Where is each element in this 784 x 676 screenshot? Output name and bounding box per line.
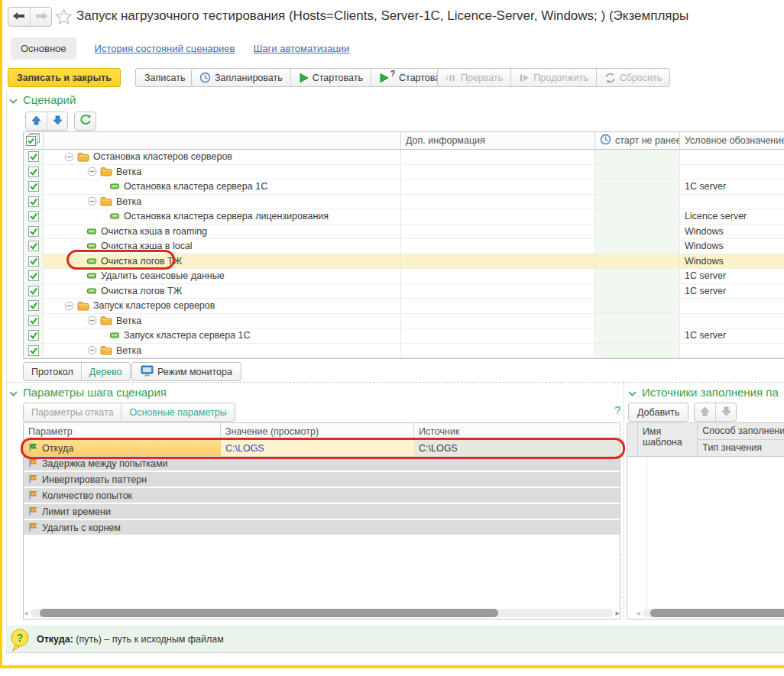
row-checkbox[interactable] — [24, 150, 44, 164]
param-row[interactable]: Удалить с корнем — [24, 520, 620, 536]
param-row[interactable]: ОткудаC:\LOGSC:\LOGS — [24, 440, 620, 456]
fill-method-column-header[interactable]: Способ заполнения — [698, 423, 784, 440]
expand-toggle-icon[interactable] — [87, 345, 97, 355]
schedule-button[interactable]: Запланировать — [192, 69, 290, 86]
scroll-right-arrow[interactable]: ▸ — [615, 609, 620, 617]
expand-toggle-icon[interactable] — [87, 167, 97, 176]
param-row[interactable]: Задержка между попытками — [24, 456, 620, 472]
param-row[interactable]: Лимит времени — [24, 504, 620, 520]
chevron-down-icon — [628, 386, 637, 399]
help-text: Откуда: (путь) – путь к исходным файлам — [37, 634, 224, 645]
tree-row[interactable]: Очистка кэша в localWindows — [24, 239, 784, 254]
move-up-button-disabled[interactable] — [695, 403, 715, 421]
tree-column-header[interactable] — [44, 132, 401, 149]
tree-row[interactable]: Ветка — [24, 314, 784, 329]
view-tab-protocol[interactable]: Протокол — [24, 363, 81, 380]
tree-row[interactable]: Запуск кластеров серверов — [24, 299, 784, 314]
step-params-section-header[interactable]: Параметры шага сценария — [9, 386, 167, 399]
tree-row[interactable]: Ветка — [24, 195, 784, 210]
tab-main-params[interactable]: Основные параметры — [121, 403, 234, 421]
tree-row[interactable]: Остановка кластера сервера лицензировани… — [24, 209, 784, 225]
resume-button[interactable]: Продолжить — [510, 69, 595, 86]
tree-row[interactable]: Запуск кластера сервера 1С1C server — [24, 328, 784, 344]
panel-left-border — [6, 93, 7, 654]
value-column-header[interactable]: Значение (просмотр) — [221, 423, 414, 439]
tree-row[interactable]: Ветка — [24, 344, 784, 359]
tab-0[interactable]: Основное — [11, 37, 76, 60]
fill-sources-horizontal-scrollbar[interactable]: ◂ — [636, 607, 784, 619]
row-checkbox[interactable] — [24, 225, 44, 239]
extra-info-column-header[interactable]: Доп. информация — [401, 132, 595, 149]
param-row[interactable]: Количество попыток — [24, 488, 620, 504]
params-horizontal-scrollbar[interactable]: ◂ ▸ — [24, 607, 620, 619]
template-name-column-header[interactable]: Имя шаблона — [638, 423, 698, 456]
row-checkbox[interactable] — [24, 209, 44, 224]
designation-column-header[interactable]: Условное обозначение ед — [680, 132, 784, 149]
tree-row[interactable]: Очистка кэша в roamingWindows — [24, 225, 784, 240]
move-down-button-disabled[interactable] — [715, 403, 736, 421]
row-checkbox[interactable] — [24, 239, 44, 254]
favorite-star-icon[interactable] — [55, 8, 73, 28]
row-checkbox[interactable] — [24, 344, 44, 358]
tab-rollback-params[interactable]: Параметры отката — [24, 403, 121, 421]
row-checkbox[interactable] — [24, 165, 44, 180]
scroll-left-arrow[interactable]: ◂ — [636, 609, 640, 617]
expand-toggle-icon[interactable] — [64, 152, 74, 162]
tab-2[interactable]: Шаги автоматизации — [253, 43, 349, 54]
help-term: Откуда: — [37, 634, 73, 645]
fill-sources-section-header[interactable]: Источники заполнения па — [628, 386, 784, 399]
back-button[interactable] — [8, 8, 30, 26]
row-checkbox[interactable] — [24, 314, 44, 328]
save-and-close-button[interactable]: Записать и закрыть — [8, 68, 121, 87]
value-type-column-header[interactable]: Тип значения — [698, 440, 784, 456]
abort-button[interactable]: Прервать — [438, 69, 510, 86]
expand-toggle-icon[interactable] — [87, 315, 97, 325]
start-not-before-cell — [595, 284, 680, 299]
add-button[interactable]: Добавить — [628, 403, 688, 422]
expand-toggle-icon[interactable] — [87, 196, 97, 206]
tree-row[interactable]: Удалить сеансовые данные1C server — [24, 269, 784, 284]
tree-row[interactable]: Остановка кластера сервера 1С1C server — [24, 180, 784, 195]
scenario-section-header[interactable]: Сценарий — [9, 93, 76, 106]
arrow-down-icon — [53, 115, 63, 128]
row-checkbox[interactable] — [24, 195, 44, 209]
row-checkbox[interactable] — [24, 328, 44, 343]
source-column-header[interactable]: Источник — [414, 423, 620, 439]
tab-1[interactable]: История состояний сценариев — [95, 43, 235, 54]
reset-button[interactable]: Сбросить — [596, 69, 670, 86]
param-row[interactable]: Инвертировать паттерн — [24, 472, 620, 488]
params-help-icon[interactable]: ? — [614, 403, 620, 416]
move-down-button[interactable] — [47, 112, 67, 130]
folder-icon — [100, 167, 112, 176]
select-all-column-header[interactable] — [24, 132, 44, 149]
row-checkbox[interactable] — [24, 358, 44, 359]
refresh-button[interactable] — [74, 112, 96, 131]
row-checkbox[interactable] — [24, 299, 44, 313]
forward-button[interactable] — [30, 8, 51, 26]
start-button[interactable]: Стартовать — [290, 69, 371, 86]
row-checkbox[interactable] — [24, 180, 44, 194]
param-value-cell — [221, 456, 414, 471]
expand-toggle-icon[interactable] — [64, 301, 74, 311]
tree-row[interactable]: Очистка логов ТЖ1C server — [24, 284, 784, 299]
row-checkbox[interactable] — [24, 284, 44, 299]
monitor-mode-button[interactable]: Режим монитора — [131, 362, 241, 381]
param-column-header[interactable]: Параметр — [24, 423, 221, 439]
scenario-tree-header: Доп. информация старт не ранее... Условн… — [24, 132, 784, 150]
row-checkbox[interactable] — [24, 269, 44, 283]
tree-row[interactable]: Остановка кластеров серверов — [24, 150, 784, 165]
move-up-button[interactable] — [26, 112, 47, 130]
start-not-before-column-header[interactable]: старт не ранее... — [595, 132, 680, 149]
scroll-left-arrow[interactable]: ◂ — [24, 609, 28, 617]
param-value-cell — [221, 472, 414, 487]
save-button[interactable]: Записать — [135, 68, 194, 87]
view-tab-tree[interactable]: Дерево — [81, 363, 130, 380]
tree-row[interactable] — [24, 358, 784, 359]
scrollbar-thumb[interactable] — [650, 609, 784, 617]
form-left-accent — [0, 0, 2, 668]
start-not-before-cell — [595, 269, 680, 283]
tree-row[interactable]: Ветка — [24, 165, 784, 180]
row-checkbox[interactable] — [24, 254, 44, 269]
scrollbar-thumb[interactable] — [40, 609, 498, 617]
tree-row[interactable]: Очистка логов ТЖWindows — [24, 254, 784, 270]
